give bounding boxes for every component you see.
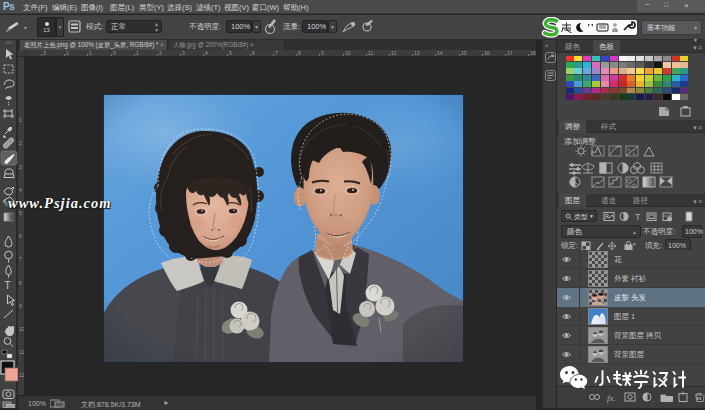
- svg-text:.: .: [652, 396, 654, 403]
- svg-text:T: T: [635, 212, 641, 222]
- svg-text:fx.: fx.: [607, 393, 616, 403]
- svg-text:T: T: [5, 280, 11, 291]
